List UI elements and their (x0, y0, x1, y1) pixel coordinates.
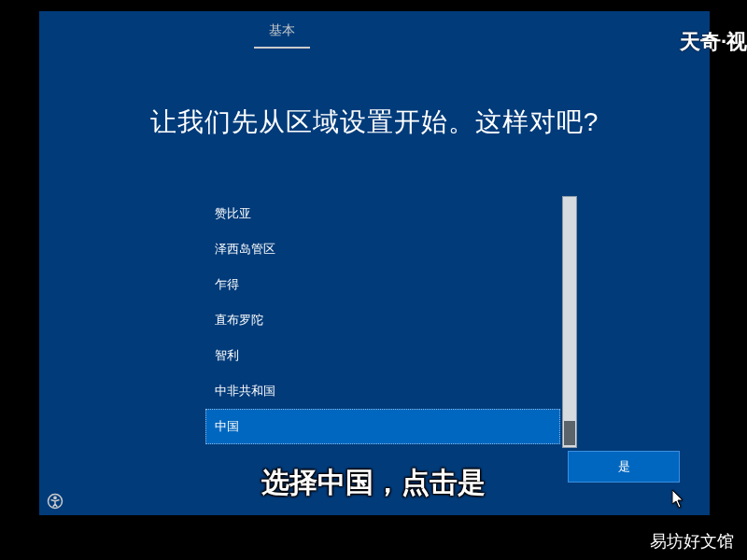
region-item[interactable]: 智利 (205, 338, 560, 373)
yes-button[interactable]: 是 (568, 451, 680, 483)
region-item[interactable]: 泽西岛管区 (205, 231, 560, 267)
region-item[interactable]: 中非共和国 (205, 373, 560, 409)
accessibility-icon[interactable] (47, 493, 63, 510)
region-list[interactable]: 赞比亚泽西岛管区乍得直布罗陀智利中非共和国中国 (205, 196, 560, 448)
watermark-top-right: 天奇·视 (680, 28, 747, 56)
scrollbar-thumb[interactable] (564, 421, 575, 445)
oobe-window: 基本 让我们先从区域设置开始。这样对吧? 赞比亚泽西岛管区乍得直布罗陀智利中非共… (39, 11, 710, 515)
region-item[interactable]: 中国 (205, 409, 560, 444)
region-item[interactable]: 乍得 (205, 267, 560, 302)
watermark-bottom-right: 易坊好文馆 (650, 530, 734, 553)
video-frame: 基本 让我们先从区域设置开始。这样对吧? 赞比亚泽西岛管区乍得直布罗陀智利中非共… (0, 0, 747, 560)
scrollbar[interactable] (562, 196, 577, 448)
region-item[interactable]: 赞比亚 (205, 196, 560, 231)
region-item[interactable]: 直布罗陀 (205, 302, 560, 338)
page-title: 让我们先从区域设置开始。这样对吧? (39, 105, 710, 140)
tab-basic[interactable]: 基本 (254, 22, 310, 49)
svg-point-1 (54, 497, 56, 498)
